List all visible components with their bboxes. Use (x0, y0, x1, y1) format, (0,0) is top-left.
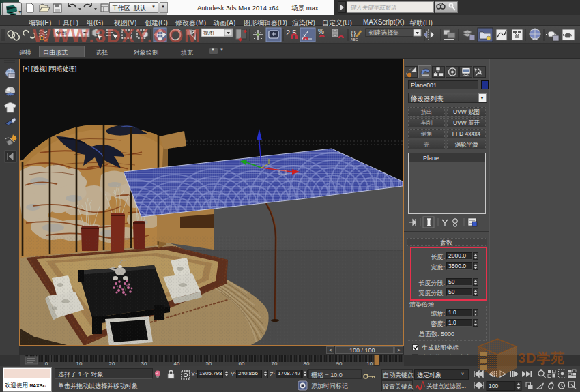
svg-text:80: 80 (304, 361, 310, 366)
svg-text:60: 60 (239, 361, 245, 366)
svg-text:100: 100 (489, 382, 498, 389)
svg-text:创建选择集: 创建选择集 (368, 29, 399, 36)
svg-text:20: 20 (109, 361, 115, 366)
svg-text:3D学苑: 3D学苑 (518, 350, 566, 365)
svg-text:ABC: ABC (351, 37, 358, 42)
svg-text:90: 90 (336, 361, 343, 366)
svg-text:0: 0 (45, 361, 48, 366)
svg-text:[+] [透视] [明暗处理]: [+] [透视] [明暗处理] (23, 65, 76, 72)
svg-text:30: 30 (141, 361, 147, 366)
svg-text:70: 70 (272, 361, 278, 366)
svg-text:{}: {} (351, 29, 356, 37)
svg-text:40: 40 (174, 361, 180, 366)
svg-text:50: 50 (206, 361, 212, 366)
svg-text:10: 10 (76, 361, 83, 366)
svg-text:%: % (318, 28, 324, 35)
svg-text:视图: 视图 (203, 30, 214, 36)
